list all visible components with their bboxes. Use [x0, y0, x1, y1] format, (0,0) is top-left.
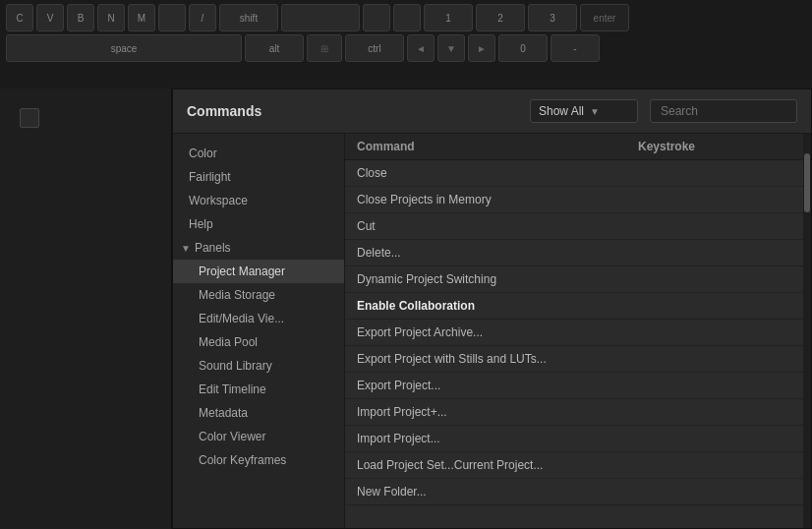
list-item[interactable]: Export Project... — [345, 373, 803, 399]
scrollbar-thumb[interactable] — [804, 153, 810, 212]
list-item[interactable]: Export Project Archive... — [345, 320, 803, 346]
dialog-body: Color Fairlight Workspace Help ▼ Panels … — [173, 134, 811, 528]
key-win[interactable]: ⊞ — [307, 34, 342, 62]
key-shift[interactable]: shift — [219, 4, 278, 31]
commands-dialog: Commands Show All ▼ Color Fairlight Work… — [172, 88, 812, 529]
command-label: Import Project+... — [345, 399, 626, 425]
key-ctrl[interactable]: ctrl — [345, 34, 404, 62]
keyboard-row-2: space alt ⊞ ctrl ◄ ▼ ► 0 - — [6, 34, 806, 62]
keyboard-area: C V B N M / shift 1 2 3 enter space alt … — [0, 0, 812, 88]
command-label: Load Project Set...Current Project... — [345, 452, 626, 478]
command-label: Export Project with Stills and LUTs... — [345, 346, 626, 372]
key-left[interactable]: ◄ — [407, 34, 435, 62]
nav-sub-project-manager[interactable]: Project Manager — [173, 260, 344, 283]
command-label: Export Project Archive... — [345, 320, 626, 345]
command-label: Dynamic Project Switching — [345, 266, 626, 292]
keystroke-label — [626, 399, 803, 425]
command-label: Delete... — [345, 240, 626, 265]
keystroke-label — [626, 187, 803, 212]
show-all-dropdown[interactable]: Show All ▼ — [530, 99, 638, 123]
key-enter[interactable]: enter — [580, 4, 629, 31]
key-m[interactable]: M — [128, 4, 155, 31]
chevron-down-icon: ▼ — [181, 243, 191, 254]
key-blank3 — [393, 4, 421, 31]
command-label: Export Project... — [345, 373, 626, 398]
nav-sub-color-keyframes[interactable]: Color Keyframes — [173, 448, 344, 472]
nav-panels-section[interactable]: ▼ Panels — [173, 236, 344, 260]
nav-sub-media-pool[interactable]: Media Pool — [173, 330, 344, 354]
key-c[interactable]: C — [6, 4, 33, 31]
list-item[interactable]: New Folder... — [345, 479, 803, 505]
show-all-label: Show All — [539, 104, 584, 118]
key-right[interactable]: ► — [468, 34, 495, 62]
list-item[interactable]: Load Project Set...Current Project... — [345, 452, 803, 479]
key-num2[interactable]: 2 — [476, 4, 525, 31]
command-label: Close — [345, 160, 626, 186]
nav-sub-metadata[interactable]: Metadata — [173, 401, 344, 425]
keystroke-label — [626, 426, 803, 451]
command-label: Import Project... — [345, 426, 626, 451]
key-blank1 — [281, 4, 360, 31]
key-alt[interactable]: alt — [245, 34, 304, 62]
nav-item-workspace[interactable]: Workspace — [173, 189, 344, 212]
key-v[interactable]: V — [36, 4, 64, 31]
chevron-down-icon: ▼ — [590, 106, 600, 117]
left-panel — [0, 88, 172, 529]
key-blank2 — [363, 4, 390, 31]
key-dash[interactable]: - — [551, 34, 600, 62]
list-item[interactable]: Delete... — [345, 240, 803, 266]
keystroke-label — [626, 479, 803, 504]
key-num3[interactable]: 3 — [528, 4, 577, 31]
nav-sub-sound-library[interactable]: Sound Library — [173, 354, 344, 378]
nav-sub-edit-timeline[interactable]: Edit Timeline — [173, 378, 344, 401]
nav-item-color[interactable]: Color — [173, 142, 344, 165]
list-header: Command Keystroke — [345, 134, 803, 160]
list-item[interactable]: Dynamic Project Switching — [345, 266, 803, 293]
command-label: Close Projects in Memory — [345, 187, 626, 212]
keystroke-label — [626, 240, 803, 265]
search-input[interactable] — [650, 99, 797, 123]
key-num0[interactable]: 0 — [498, 34, 548, 62]
command-label: New Folder... — [345, 479, 626, 504]
key-space[interactable]: space — [6, 34, 242, 62]
list-item[interactable]: Cut — [345, 213, 803, 240]
key-slash[interactable]: / — [189, 4, 216, 31]
command-label: Cut — [345, 213, 626, 239]
dialog-title: Commands — [187, 103, 261, 119]
list-item[interactable]: Close Projects in Memory — [345, 187, 803, 213]
key-comma[interactable] — [158, 4, 186, 31]
keystroke-label — [626, 160, 803, 186]
list-item[interactable]: Enable Collaboration — [345, 293, 803, 320]
list-item[interactable]: Close — [345, 160, 803, 187]
command-label: Enable Collaboration — [345, 293, 626, 319]
list-item[interactable]: Export Project with Stills and LUTs... — [345, 346, 803, 373]
nav-sub-color-viewer[interactable]: Color Viewer — [173, 425, 344, 448]
list-item[interactable]: Import Project+... — [345, 399, 803, 426]
keystroke-label — [626, 346, 803, 372]
keystroke-col-header: Keystroke — [626, 134, 803, 159]
nav-item-help[interactable]: Help — [173, 212, 344, 236]
list-item[interactable]: Import Project... — [345, 426, 803, 452]
keystroke-label — [626, 373, 803, 398]
keystroke-label — [626, 266, 803, 292]
scrollbar[interactable] — [803, 134, 811, 528]
key-num1[interactable]: 1 — [424, 4, 473, 31]
keystroke-label — [626, 452, 803, 478]
key-down[interactable]: ▼ — [437, 34, 465, 62]
dialog-backdrop: Commands Show All ▼ Color Fairlight Work… — [0, 88, 812, 529]
nav-sub-edit-media[interactable]: Edit/Media Vie... — [173, 307, 344, 330]
key-b[interactable]: B — [67, 4, 94, 31]
command-col-header: Command — [345, 134, 626, 159]
keystroke-label — [626, 293, 803, 319]
commands-list: Command Keystroke Close Close Projects i… — [345, 134, 803, 528]
nav-panels-label: Panels — [195, 241, 231, 255]
nav-tree: Color Fairlight Workspace Help ▼ Panels … — [173, 134, 345, 528]
nav-item-fairlight[interactable]: Fairlight — [173, 165, 344, 189]
keystroke-label — [626, 213, 803, 239]
nav-sub-media-storage[interactable]: Media Storage — [173, 283, 344, 307]
left-panel-checkbox[interactable] — [20, 108, 39, 128]
dialog-header: Commands Show All ▼ — [173, 89, 811, 134]
keyboard-row-1: C V B N M / shift 1 2 3 enter — [6, 4, 806, 31]
keystroke-label — [626, 320, 803, 345]
key-n[interactable]: N — [97, 4, 125, 31]
